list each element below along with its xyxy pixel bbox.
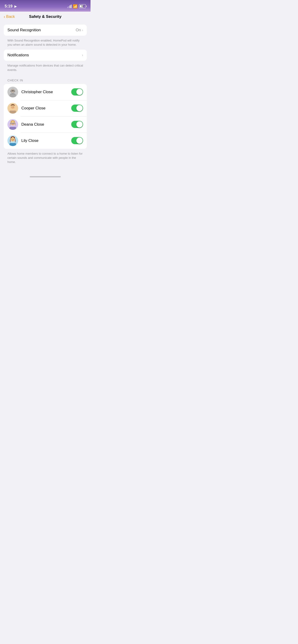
check-in-description: Allows home members to connect to a home… <box>4 151 87 167</box>
avatar <box>8 103 18 114</box>
check-in-section-header: CHECK IN <box>4 75 87 84</box>
christopher-toggle[interactable] <box>71 88 83 96</box>
cooper-toggle[interactable] <box>71 104 83 112</box>
back-label: Back <box>6 14 15 19</box>
person-name: Cooper Close <box>21 106 71 110</box>
svg-point-28 <box>11 138 15 142</box>
check-in-card: Christopher Close <box>4 84 87 149</box>
svg-point-30 <box>13 139 14 140</box>
deana-toggle[interactable] <box>71 121 83 128</box>
person-name: Deana Close <box>21 122 71 127</box>
home-bar <box>30 176 61 177</box>
svg-point-23 <box>12 123 12 124</box>
sound-recognition-row[interactable]: Sound Recognition On › <box>4 24 87 36</box>
notifications-chevron-icon: › <box>82 53 83 57</box>
notifications-value: › <box>82 53 83 57</box>
person-name: Lily Close <box>21 138 71 143</box>
notifications-card[interactable]: Notifications › <box>4 50 87 61</box>
svg-rect-33 <box>10 143 16 146</box>
svg-point-31 <box>11 140 12 140</box>
svg-point-14 <box>11 107 12 108</box>
wifi-icon: 📶 <box>73 4 78 8</box>
svg-point-29 <box>12 139 12 140</box>
notifications-row[interactable]: Notifications › <box>4 50 87 61</box>
home-indicator <box>0 174 91 180</box>
content-area: Sound Recognition On › With Sound Recogn… <box>0 21 91 174</box>
list-item[interactable]: Deana Close <box>4 116 87 132</box>
back-button[interactable]: ‹ Back <box>4 14 15 19</box>
lily-toggle[interactable] <box>71 137 83 144</box>
list-item[interactable]: Christopher Close <box>4 84 87 100</box>
sound-recognition-description: With Sound Recognition enabled, HomePod … <box>4 38 87 50</box>
list-item[interactable]: Cooper Close <box>4 100 87 116</box>
location-icon: ▶ <box>15 5 17 8</box>
nav-header: ‹ Back Safety & Security <box>0 12 91 21</box>
status-time: 5:19 ▶ <box>5 4 17 8</box>
notifications-label: Notifications <box>8 53 29 58</box>
svg-rect-25 <box>10 127 16 130</box>
status-bar: 5:19 ▶ 📶 72 <box>0 0 91 12</box>
battery-icon: 72 <box>79 4 86 8</box>
svg-rect-8 <box>10 94 16 97</box>
signal-icon <box>67 5 72 8</box>
svg-rect-16 <box>10 110 16 114</box>
notifications-description: Manage notifications from devices that c… <box>4 62 87 75</box>
page-title: Safety & Security <box>29 14 62 19</box>
svg-point-24 <box>13 123 14 124</box>
sound-recognition-card[interactable]: Sound Recognition On › <box>4 24 87 36</box>
back-chevron-icon: ‹ <box>4 14 5 19</box>
sound-recognition-value: On › <box>76 28 83 32</box>
avatar <box>8 136 18 146</box>
svg-point-32 <box>14 140 15 140</box>
list-item[interactable]: Lily Close <box>4 132 87 149</box>
sound-recognition-label: Sound Recognition <box>8 28 41 32</box>
person-name: Christopher Close <box>21 90 71 94</box>
sound-recognition-chevron-icon: › <box>82 28 83 32</box>
status-icons: 📶 72 <box>67 4 86 8</box>
svg-point-15 <box>14 107 15 108</box>
avatar <box>8 87 18 97</box>
avatar <box>8 119 18 130</box>
